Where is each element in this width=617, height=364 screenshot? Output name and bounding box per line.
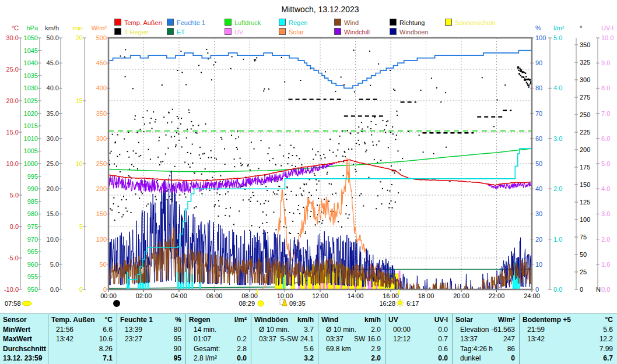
cell-value <box>247 325 251 335</box>
cell-value: 0.0 <box>237 354 251 363</box>
svg-text:°C: °C <box>12 24 19 31</box>
cell-label: 03:37 <box>318 334 343 344</box>
cell-value: 95 <box>174 354 185 363</box>
svg-text:2.0: 2.0 <box>553 185 562 192</box>
group-header-unit: UV-I <box>434 315 452 325</box>
svg-text:20:00: 20:00 <box>453 292 469 299</box>
cell-label: 13:37 <box>453 334 478 344</box>
sun-icon <box>258 301 264 306</box>
cell-label: 13:42 <box>520 334 545 344</box>
svg-text:5.0: 5.0 <box>553 34 562 41</box>
cell-value: 247 <box>503 334 519 344</box>
sunset-sun-icon <box>398 301 402 305</box>
sunrise-time-label: 07:58 <box>5 300 21 307</box>
svg-text:06:00: 06:00 <box>206 292 223 299</box>
svg-text:30.0: 30.0 <box>47 135 59 142</box>
svg-text:970: 970 <box>27 236 38 243</box>
cell-label <box>251 354 259 363</box>
svg-text:1025: 1025 <box>24 97 38 104</box>
svg-text:990: 990 <box>27 185 38 192</box>
cell-value: 5.6 <box>304 344 318 354</box>
table-group-temp-au-en: Temp. Außen°C21:566.613:4210.68.267.1 <box>48 314 117 364</box>
table-group-regen: Regenl/m²14 min.01:070.2Gesamt:2.82.8 l/… <box>185 314 251 364</box>
cell-label <box>251 344 259 354</box>
svg-text:975: 975 <box>27 223 38 230</box>
svg-text:10: 10 <box>535 261 542 268</box>
axis-UV-I: 0.01.02.03.04.05.06.07.08.09.010.0UV-I <box>596 24 614 293</box>
axis-°: 0N25507510012515017520022525027530032535… <box>574 24 601 293</box>
svg-text:20.0: 20.0 <box>47 185 59 192</box>
cell-label: 69.8 km <box>318 344 351 354</box>
cell-label: Ø 10 min. <box>318 325 356 335</box>
cell-value: 3.7 <box>304 325 318 335</box>
table-group-feuchte-1: Feuchte 1%13:398023:27959095 <box>117 314 185 364</box>
cell-label <box>520 344 527 354</box>
svg-text:30.0: 30.0 <box>6 34 19 41</box>
svg-text:15: 15 <box>76 97 83 104</box>
table-group-windb-en: Windböenkm/hØ 10 min.3.703:37S-SW 24.15.… <box>251 314 318 364</box>
sunset-time-label: 16:28 <box>379 300 395 307</box>
table-column-sensor: SensorMinWertMaxWertDurchschnitt13.12. 2… <box>0 314 48 364</box>
svg-text:300: 300 <box>96 135 107 142</box>
svg-text:950: 950 <box>27 286 38 293</box>
cell-label: 14 min. <box>186 325 216 335</box>
cell-label <box>48 344 56 354</box>
sun-marker-tick <box>398 289 399 295</box>
group-header-name: Solar <box>453 315 473 325</box>
cell-label: 03:37 <box>251 334 276 344</box>
cell-value: 7.1 <box>103 354 117 363</box>
cell-value: S-SW 24.1 <box>280 334 318 344</box>
svg-text:8.0: 8.0 <box>601 84 610 91</box>
group-header-name: Regen <box>186 315 211 325</box>
table-group-wind: Windkm/hØ 10 min.2.003:37SW 16.069.8 km2… <box>318 314 385 364</box>
svg-text:04:00: 04:00 <box>171 292 187 299</box>
svg-text:100: 100 <box>96 236 107 243</box>
svg-text:955: 955 <box>27 273 38 280</box>
svg-text:4.0: 4.0 <box>601 185 610 192</box>
svg-text:6.0: 6.0 <box>601 135 610 142</box>
cell-value: SW 16.0 <box>354 334 385 344</box>
cell-value: 86 <box>507 344 519 354</box>
svg-text:10.0: 10.0 <box>601 34 614 41</box>
svg-text:15.0: 15.0 <box>47 210 59 217</box>
cell-label <box>48 354 56 363</box>
cell-value: 3.2 <box>304 354 318 363</box>
svg-text:350: 350 <box>580 41 590 48</box>
group-header-name: Temp. Außen <box>48 315 95 325</box>
cell-value: 2.0 <box>371 354 385 363</box>
svg-text:08:00: 08:00 <box>241 292 258 299</box>
sun-marker-tick <box>257 289 258 295</box>
cell-label: 21:59 <box>520 325 545 335</box>
svg-text:0: 0 <box>79 286 83 293</box>
svg-text:2.0: 2.0 <box>601 236 610 243</box>
axis-hPa: 9509559609659709759809859909951000100510… <box>24 24 41 293</box>
svg-text:450: 450 <box>96 59 107 66</box>
group-header-name: UV <box>385 315 398 325</box>
marker-617-label: 6:17 <box>406 300 419 307</box>
svg-text:125: 125 <box>580 199 590 206</box>
svg-text:9.0: 9.0 <box>601 59 610 66</box>
svg-text:30: 30 <box>535 210 542 217</box>
table-row-label: MaxWert <box>0 334 48 344</box>
svg-text:0.0: 0.0 <box>10 223 19 230</box>
group-header-unit: °C <box>105 315 117 325</box>
table-header-sensor: Sensor <box>0 315 48 325</box>
cell-value: 0.0 <box>438 354 452 363</box>
group-header-name: Windböen <box>251 315 288 325</box>
svg-text:150: 150 <box>96 210 107 217</box>
svg-text:5.0: 5.0 <box>50 261 59 268</box>
svg-text:10.0: 10.0 <box>47 236 59 243</box>
svg-text:200: 200 <box>96 185 107 192</box>
svg-text:80: 80 <box>535 84 542 91</box>
svg-text:500: 500 <box>96 34 107 41</box>
cell-value: 0.0 <box>438 325 452 335</box>
svg-text:-5.0: -5.0 <box>8 255 19 261</box>
axis-l/m²: 0.01.02.03.04.05.0l/m² <box>548 24 565 293</box>
svg-text:5: 5 <box>79 223 83 230</box>
svg-text:350: 350 <box>96 110 107 117</box>
svg-text:°: ° <box>580 24 582 31</box>
svg-text:20: 20 <box>76 34 83 41</box>
svg-text:00:00: 00:00 <box>100 292 117 299</box>
svg-text:50.0: 50.0 <box>47 34 59 41</box>
cell-value: 0.2 <box>237 334 251 344</box>
